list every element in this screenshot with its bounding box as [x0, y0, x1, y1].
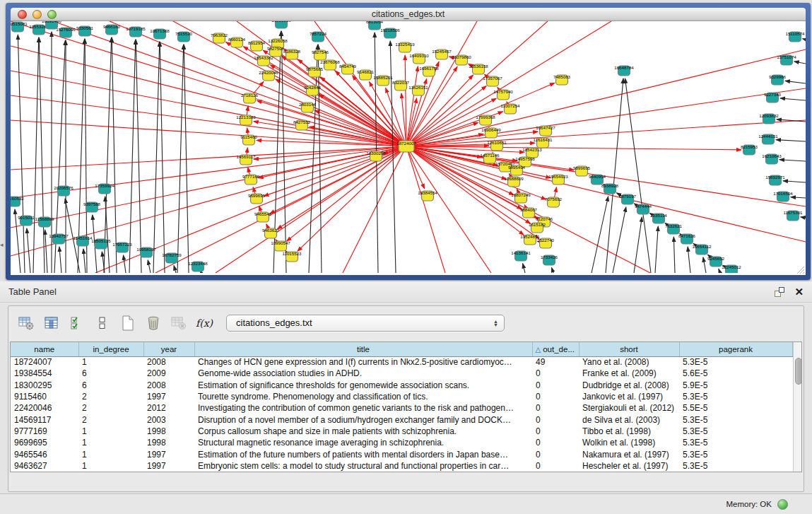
graph-node-teal[interactable]: 15692971 — [765, 175, 785, 185]
graph-node-teal[interactable]: 11451914 — [73, 235, 93, 246]
graph-node-teal[interactable]: 14136141 — [511, 250, 531, 261]
graph-node-teal[interactable]: 9397588 — [83, 201, 101, 212]
graph-node-teal[interactable]: 12323448 — [188, 261, 208, 271]
table-row[interactable]: 1456911722003Disruption of a novel membe… — [11, 414, 792, 425]
panel-collapse-arrow-icon[interactable]: ◂ — [0, 241, 4, 248]
graph-node-yellow[interactable]: 9115460 — [240, 134, 257, 145]
table-row[interactable]: 911546021997Tourette syndrome. Phenomeno… — [11, 391, 792, 402]
graph-node-yellow[interactable]: 18724007 — [396, 141, 416, 152]
graph-node-yellow[interactable]: 9827546 — [312, 49, 329, 60]
graph-node-yellow[interactable]: 12213383 — [236, 115, 256, 125]
table-row[interactable]: 946362711997Embryonic stem cells: a mode… — [11, 460, 792, 472]
graph-node-yellow[interactable]: 8427552 — [293, 119, 311, 130]
graph-node-teal[interactable]: 26160532 — [11, 196, 24, 206]
graph-node-yellow[interactable]: 12610651 — [487, 140, 507, 151]
table-scrollbar[interactable] — [793, 342, 802, 472]
window-resize-grip[interactable] — [795, 264, 805, 274]
graph-node-teal[interactable]: 8215953 — [741, 144, 758, 155]
float-panel-icon[interactable] — [775, 287, 784, 297]
graph-node-teal[interactable]: 8938928 — [601, 183, 619, 194]
graph-node-yellow[interactable]: 13626151 — [408, 85, 428, 95]
column-header-short[interactable]: short — [579, 342, 679, 356]
graph-node-teal[interactable]: 20206576 — [54, 185, 73, 196]
column-header-year[interactable]: year — [143, 342, 194, 356]
graph-node-yellow[interactable]: 15885201 — [373, 75, 393, 86]
graph-node-yellow[interactable]: 7963822 — [211, 33, 228, 43]
graph-node-teal[interactable]: 7857224 — [310, 31, 327, 42]
graph-node-yellow[interactable]: 8186328 — [283, 49, 301, 59]
graph-node-teal[interactable]: 19218506 — [380, 28, 400, 38]
table-row[interactable]: 2242004622012Investigating the contribut… — [11, 402, 792, 414]
graph-node-teal[interactable]: 15751074 — [777, 54, 796, 65]
graph-node-yellow[interactable]: 16543382 — [254, 55, 273, 66]
graph-node-yellow[interactable]: 10990547 — [271, 240, 290, 251]
column-header-name[interactable]: name — [11, 342, 78, 356]
show-columns-icon[interactable] — [42, 314, 61, 332]
graph-node-yellow[interactable]: 9899695 — [573, 165, 591, 176]
graph-node-yellow[interactable]: 9699695 — [248, 193, 266, 204]
column-header-in-degree[interactable]: in_degree — [78, 342, 143, 356]
graph-node-yellow[interactable]: 16961758 — [419, 66, 439, 76]
graph-node-teal[interactable]: 17957223 — [112, 242, 132, 252]
table-settings-icon[interactable] — [17, 314, 35, 332]
graph-node-yellow[interactable]: 8454749 — [339, 64, 357, 74]
maximize-window-button[interactable] — [47, 10, 57, 19]
table-row[interactable]: 969969511998Structural magnetic resonanc… — [11, 437, 792, 448]
network-canvas[interactable]: 1872400779638228660124891295413226058982… — [11, 21, 806, 275]
graph-node-teal[interactable]: 12245012 — [722, 264, 741, 273]
graph-node-yellow[interactable]: 8660124 — [228, 37, 246, 47]
graph-node-teal[interactable]: 16033809 — [271, 21, 291, 28]
graph-node-yellow[interactable]: 19384554 — [418, 190, 437, 201]
graph-node-teal[interactable]: 20515081 — [11, 21, 28, 32]
graph-node-teal[interactable]: 15276096 — [56, 27, 76, 37]
graph-node-yellow[interactable]: 7075692 — [545, 197, 563, 207]
row-height-icon[interactable] — [93, 314, 112, 332]
graph-node-yellow[interactable]: 1615182 — [529, 222, 546, 233]
graph-node-yellow[interactable]: 9895494 — [508, 165, 526, 175]
graph-node-yellow[interactable]: 7485083 — [553, 74, 571, 85]
graph-node-teal[interactable]: 9227343 — [764, 92, 782, 103]
graph-node-yellow[interactable]: 11616431 — [533, 137, 553, 148]
graph-node-yellow[interactable]: 9884067 — [520, 207, 538, 218]
graph-node-yellow[interactable]: 13325419 — [395, 42, 415, 52]
table-selector[interactable]: citations_edges.txt ▲▼ — [226, 315, 505, 332]
graph-node-teal[interactable]: 8471626 — [678, 233, 696, 244]
graph-node-teal[interactable]: 2935114 — [650, 213, 667, 223]
graph-node-teal[interactable]: 10671368 — [150, 28, 170, 39]
graph-node-yellow[interactable]: 9875685 — [306, 66, 324, 77]
graph-node-teal[interactable]: 7632621 — [665, 223, 683, 234]
graph-node-teal[interactable]: 17016504 — [773, 191, 793, 201]
graph-node-yellow[interactable]: 8912954 — [248, 40, 266, 51]
table-row[interactable]: 1872400712008Changes of HCN gene express… — [11, 356, 792, 368]
graph-node-yellow[interactable]: 8322037 — [392, 80, 410, 90]
minimize-window-button[interactable] — [33, 10, 42, 19]
graph-node-yellow[interactable]: 11015523 — [282, 251, 302, 262]
graph-node-yellow[interactable]: 9465546 — [254, 211, 272, 222]
graph-node-yellow[interactable]: 11007254 — [500, 103, 520, 114]
graph-node-yellow[interactable]: 2803144 — [299, 102, 317, 112]
graph-node-yellow[interactable]: 9777169 — [242, 174, 260, 185]
function-builder-icon[interactable]: f(x) — [195, 314, 213, 332]
memory-ok-indicator[interactable] — [777, 499, 788, 510]
graph-node-yellow[interactable]: 15245457 — [432, 49, 452, 59]
graph-node-yellow[interactable]: 16409310 — [409, 53, 429, 64]
graph-node-teal[interactable]: 7515520 — [175, 31, 193, 42]
graph-node-yellow[interactable]: 17357067 — [483, 76, 502, 86]
graph-node-teal[interactable]: 16648784 — [614, 65, 634, 76]
graph-node-yellow[interactable]: 16807249 — [511, 192, 531, 203]
new-column-icon[interactable] — [119, 314, 137, 332]
table-row[interactable]: 1830029562008Estimation of significance … — [11, 380, 792, 391]
graph-node-teal[interactable]: 6879197 — [619, 194, 637, 204]
graph-node-yellow[interactable]: 14757940 — [493, 89, 513, 100]
graph-node-yellow[interactable]: 19654923 — [548, 174, 568, 185]
graph-node-yellow[interactable]: 14569117 — [236, 154, 256, 165]
table-row[interactable]: 1938455462009Genome-wide association stu… — [11, 368, 792, 379]
graph-node-teal[interactable]: 15110574 — [785, 31, 805, 42]
graph-node-teal[interactable]: 9474444 — [635, 204, 652, 214]
close-panel-icon[interactable]: ✕ — [794, 287, 804, 297]
column-header-out-degree[interactable]: △out_de... — [532, 342, 579, 356]
column-header-title[interactable]: title — [194, 342, 532, 356]
network-window-titlebar[interactable]: citations_edges.txt — [11, 8, 806, 21]
graph-node-yellow[interactable]: 10536158 — [469, 64, 488, 74]
graph-node-teal[interactable]: 12444151 — [758, 134, 778, 144]
